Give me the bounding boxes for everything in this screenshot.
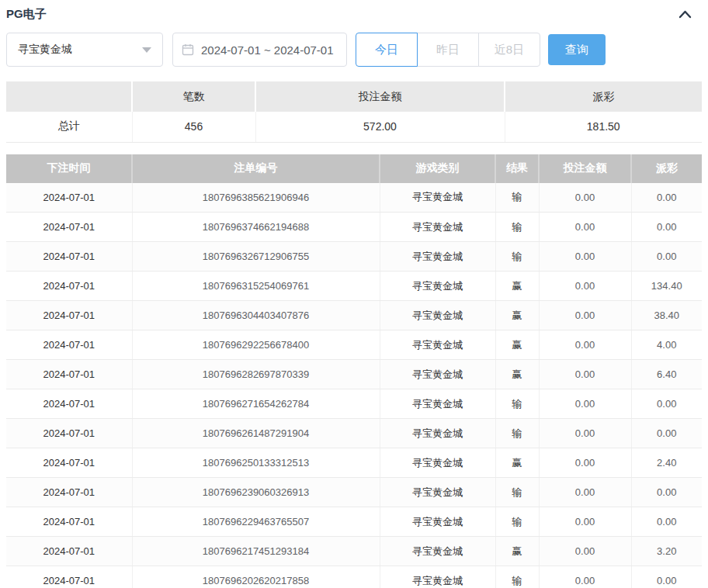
- bet-amount-cell: 0.00: [539, 448, 631, 478]
- result-cell: 输: [495, 213, 539, 242]
- result-cell: 输: [495, 242, 539, 272]
- bet-table-row: 2024-07-01 1807696374662194688 寻宝黄金城 输 0…: [6, 213, 702, 242]
- game-category-cell: 寻宝黄金城: [380, 360, 495, 389]
- order-no-cell: 1807696385621906946: [132, 183, 380, 213]
- result-cell: 输: [495, 389, 539, 419]
- summary-total-count: 456: [132, 112, 255, 142]
- game-category-cell: 寻宝黄金城: [380, 537, 495, 566]
- payout-cell: 0.00: [631, 566, 702, 588]
- bet-time-cell: 2024-07-01: [6, 419, 132, 448]
- result-cell: 赢: [495, 272, 539, 301]
- collapse-panel-button[interactable]: [675, 5, 694, 23]
- order-no-cell: 1807696326712906755: [132, 242, 380, 272]
- result-cell: 赢: [495, 537, 539, 566]
- game-category-cell: 寻宝黄金城: [380, 330, 495, 360]
- game-category-cell: 寻宝黄金城: [380, 419, 495, 448]
- bet-amount-cell: 0.00: [539, 389, 631, 419]
- result-cell: 赢: [495, 360, 539, 389]
- bet-time-cell: 2024-07-01: [6, 183, 132, 213]
- bet-table-row: 2024-07-01 1807696315254069761 寻宝黄金城 赢 0…: [6, 272, 702, 301]
- game-category-cell: 寻宝黄金城: [380, 272, 495, 301]
- header-payout: 派彩: [631, 154, 702, 183]
- summary-total-row: 总计 456 572.00 181.50: [6, 112, 702, 142]
- game-category-cell: 寻宝黄金城: [380, 301, 495, 330]
- bet-time-cell: 2024-07-01: [6, 213, 132, 242]
- summary-header-row: 笔数 投注金额 派彩: [6, 81, 702, 112]
- summary-header-bet-amount: 投注金额: [255, 81, 505, 112]
- summary-total-bet-amount: 572.00: [255, 112, 505, 142]
- payout-cell: 134.40: [631, 272, 702, 301]
- bet-table-row: 2024-07-01 1807696250133312513 寻宝黄金城 赢 0…: [6, 448, 702, 478]
- bet-table-header-row: 下注时间 注单编号 游戏类别 结果 投注金额 派彩: [6, 154, 702, 183]
- summary-total-label: 总计: [6, 112, 132, 142]
- order-no-cell: 1807696304403407876: [132, 301, 380, 330]
- header-game-category: 游戏类别: [380, 154, 495, 183]
- query-button[interactable]: 查询: [548, 34, 606, 65]
- order-no-cell: 1807696250133312513: [132, 448, 380, 478]
- game-select[interactable]: 寻宝黄金城: [6, 33, 163, 67]
- payout-cell: 0.00: [631, 242, 702, 272]
- bet-amount-cell: 0.00: [539, 360, 631, 389]
- bet-table-row: 2024-07-01 1807696304403407876 寻宝黄金城 赢 0…: [6, 301, 702, 330]
- bet-amount-cell: 0.00: [539, 507, 631, 537]
- payout-cell: 0.00: [631, 507, 702, 537]
- bet-amount-cell: 0.00: [539, 183, 631, 213]
- summary-total-payout: 181.50: [505, 112, 702, 142]
- order-no-cell: 1807696271654262784: [132, 389, 380, 419]
- order-no-cell: 1807696374662194688: [132, 213, 380, 242]
- summary-header-payout: 派彩: [505, 81, 702, 112]
- last-8-days-button[interactable]: 近8日: [478, 33, 540, 67]
- bet-time-cell: 2024-07-01: [6, 242, 132, 272]
- bet-table-row: 2024-07-01 1807696385621906946 寻宝黄金城 输 0…: [6, 183, 702, 213]
- bet-table-body: 2024-07-01 1807696385621906946 寻宝黄金城 输 0…: [6, 183, 702, 588]
- result-cell: 输: [495, 478, 539, 507]
- game-category-cell: 寻宝黄金城: [380, 213, 495, 242]
- game-category-cell: 寻宝黄金城: [380, 507, 495, 537]
- game-category-cell: 寻宝黄金城: [380, 478, 495, 507]
- bet-time-cell: 2024-07-01: [6, 566, 132, 588]
- payout-cell: 2.40: [631, 448, 702, 478]
- pg-panel: PG电子 寻宝黄金城 2024-07-01 ~ 2024-07-01 今日 昨日…: [0, 0, 708, 588]
- summary-table: 笔数 投注金额 派彩 总计 456 572.00 181.50: [6, 81, 702, 143]
- game-category-cell: 寻宝黄金城: [380, 183, 495, 213]
- payout-cell: 3.20: [631, 537, 702, 566]
- bet-amount-cell: 0.00: [539, 419, 631, 448]
- result-cell: 赢: [495, 301, 539, 330]
- header-bet-amount: 投注金额: [539, 154, 631, 183]
- payout-cell: 0.00: [631, 183, 702, 213]
- order-no-cell: 1807696229463765507: [132, 507, 380, 537]
- header-result: 结果: [495, 154, 539, 183]
- payout-cell: 6.40: [631, 360, 702, 389]
- game-category-cell: 寻宝黄金城: [380, 448, 495, 478]
- result-cell: 赢: [495, 448, 539, 478]
- result-cell: 输: [495, 183, 539, 213]
- payout-cell: 4.00: [631, 330, 702, 360]
- payout-cell: 38.40: [631, 301, 702, 330]
- bet-table-row: 2024-07-01 1807696282697870339 寻宝黄金城 赢 0…: [6, 360, 702, 389]
- summary-header-count: 笔数: [132, 81, 255, 112]
- order-no-cell: 1807696292256678400: [132, 330, 380, 360]
- bet-table-row: 2024-07-01 1807696326712906755 寻宝黄金城 输 0…: [6, 242, 702, 272]
- order-no-cell: 1807696315254069761: [132, 272, 380, 301]
- header-order-no: 注单编号: [132, 154, 380, 183]
- quick-date-group: 今日 昨日 近8日: [356, 33, 540, 67]
- game-category-cell: 寻宝黄金城: [380, 566, 495, 588]
- chevron-up-icon: [678, 9, 692, 19]
- panel-header: PG电子: [6, 3, 702, 29]
- bet-table: 下注时间 注单编号 游戏类别 结果 投注金额 派彩 2024-07-01 180…: [6, 154, 702, 588]
- today-button[interactable]: 今日: [356, 33, 418, 67]
- result-cell: 赢: [495, 330, 539, 360]
- bet-amount-cell: 0.00: [539, 242, 631, 272]
- bet-amount-cell: 0.00: [539, 478, 631, 507]
- yesterday-button[interactable]: 昨日: [417, 33, 479, 67]
- order-no-cell: 1807696202620217858: [132, 566, 380, 588]
- payout-cell: 0.00: [631, 419, 702, 448]
- bet-amount-cell: 0.00: [539, 301, 631, 330]
- caret-down-icon: [142, 47, 151, 53]
- date-range-input[interactable]: 2024-07-01 ~ 2024-07-01: [172, 33, 347, 67]
- bet-time-cell: 2024-07-01: [6, 360, 132, 389]
- game-category-cell: 寻宝黄金城: [380, 242, 495, 272]
- payout-cell: 0.00: [631, 213, 702, 242]
- order-no-cell: 1807696261487291904: [132, 419, 380, 448]
- bet-time-cell: 2024-07-01: [6, 448, 132, 478]
